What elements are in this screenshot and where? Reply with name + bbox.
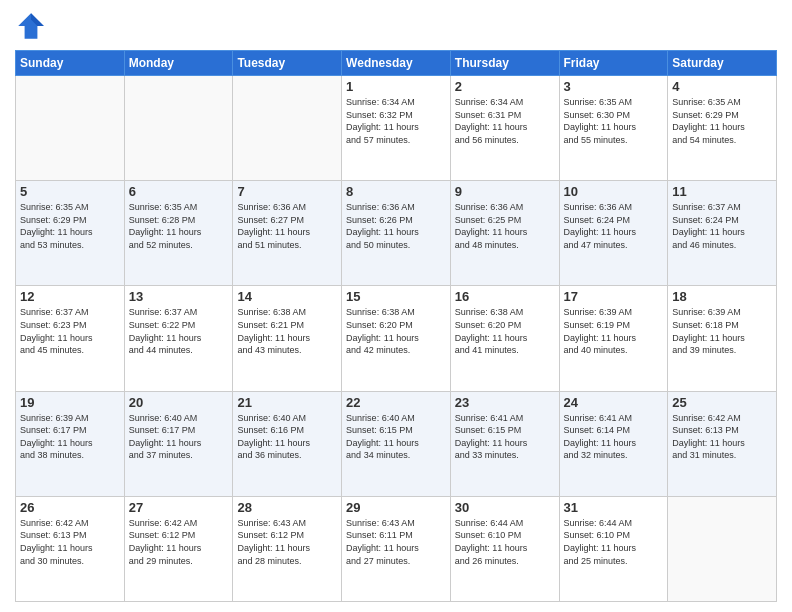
cell-day-number: 4 bbox=[672, 79, 772, 94]
calendar-cell: 14Sunrise: 6:38 AM Sunset: 6:21 PM Dayli… bbox=[233, 286, 342, 391]
cell-info: Sunrise: 6:38 AM Sunset: 6:20 PM Dayligh… bbox=[346, 306, 446, 356]
cell-info: Sunrise: 6:35 AM Sunset: 6:28 PM Dayligh… bbox=[129, 201, 229, 251]
cell-info: Sunrise: 6:36 AM Sunset: 6:24 PM Dayligh… bbox=[564, 201, 664, 251]
calendar-cell bbox=[16, 76, 125, 181]
calendar-cell: 6Sunrise: 6:35 AM Sunset: 6:28 PM Daylig… bbox=[124, 181, 233, 286]
cell-day-number: 14 bbox=[237, 289, 337, 304]
cell-info: Sunrise: 6:44 AM Sunset: 6:10 PM Dayligh… bbox=[455, 517, 555, 567]
cell-day-number: 12 bbox=[20, 289, 120, 304]
weekday-header: Friday bbox=[559, 51, 668, 76]
calendar-row: 1Sunrise: 6:34 AM Sunset: 6:32 PM Daylig… bbox=[16, 76, 777, 181]
cell-day-number: 6 bbox=[129, 184, 229, 199]
calendar-cell: 31Sunrise: 6:44 AM Sunset: 6:10 PM Dayli… bbox=[559, 496, 668, 601]
cell-info: Sunrise: 6:34 AM Sunset: 6:31 PM Dayligh… bbox=[455, 96, 555, 146]
cell-day-number: 28 bbox=[237, 500, 337, 515]
cell-day-number: 10 bbox=[564, 184, 664, 199]
calendar-cell: 30Sunrise: 6:44 AM Sunset: 6:10 PM Dayli… bbox=[450, 496, 559, 601]
cell-info: Sunrise: 6:35 AM Sunset: 6:29 PM Dayligh… bbox=[20, 201, 120, 251]
calendar-cell: 25Sunrise: 6:42 AM Sunset: 6:13 PM Dayli… bbox=[668, 391, 777, 496]
cell-info: Sunrise: 6:38 AM Sunset: 6:21 PM Dayligh… bbox=[237, 306, 337, 356]
calendar-cell: 19Sunrise: 6:39 AM Sunset: 6:17 PM Dayli… bbox=[16, 391, 125, 496]
calendar-cell: 5Sunrise: 6:35 AM Sunset: 6:29 PM Daylig… bbox=[16, 181, 125, 286]
cell-info: Sunrise: 6:39 AM Sunset: 6:18 PM Dayligh… bbox=[672, 306, 772, 356]
calendar-row: 19Sunrise: 6:39 AM Sunset: 6:17 PM Dayli… bbox=[16, 391, 777, 496]
calendar-cell: 2Sunrise: 6:34 AM Sunset: 6:31 PM Daylig… bbox=[450, 76, 559, 181]
cell-day-number: 31 bbox=[564, 500, 664, 515]
cell-day-number: 15 bbox=[346, 289, 446, 304]
cell-info: Sunrise: 6:38 AM Sunset: 6:20 PM Dayligh… bbox=[455, 306, 555, 356]
cell-day-number: 23 bbox=[455, 395, 555, 410]
weekday-header: Sunday bbox=[16, 51, 125, 76]
calendar-cell: 4Sunrise: 6:35 AM Sunset: 6:29 PM Daylig… bbox=[668, 76, 777, 181]
cell-info: Sunrise: 6:41 AM Sunset: 6:15 PM Dayligh… bbox=[455, 412, 555, 462]
calendar-cell: 11Sunrise: 6:37 AM Sunset: 6:24 PM Dayli… bbox=[668, 181, 777, 286]
cell-info: Sunrise: 6:40 AM Sunset: 6:15 PM Dayligh… bbox=[346, 412, 446, 462]
calendar-cell: 1Sunrise: 6:34 AM Sunset: 6:32 PM Daylig… bbox=[342, 76, 451, 181]
calendar-cell: 23Sunrise: 6:41 AM Sunset: 6:15 PM Dayli… bbox=[450, 391, 559, 496]
cell-info: Sunrise: 6:37 AM Sunset: 6:24 PM Dayligh… bbox=[672, 201, 772, 251]
cell-info: Sunrise: 6:39 AM Sunset: 6:17 PM Dayligh… bbox=[20, 412, 120, 462]
cell-day-number: 19 bbox=[20, 395, 120, 410]
cell-day-number: 18 bbox=[672, 289, 772, 304]
cell-info: Sunrise: 6:36 AM Sunset: 6:27 PM Dayligh… bbox=[237, 201, 337, 251]
weekday-row: SundayMondayTuesdayWednesdayThursdayFrid… bbox=[16, 51, 777, 76]
calendar-cell: 18Sunrise: 6:39 AM Sunset: 6:18 PM Dayli… bbox=[668, 286, 777, 391]
cell-day-number: 20 bbox=[129, 395, 229, 410]
cell-info: Sunrise: 6:37 AM Sunset: 6:22 PM Dayligh… bbox=[129, 306, 229, 356]
calendar-row: 12Sunrise: 6:37 AM Sunset: 6:23 PM Dayli… bbox=[16, 286, 777, 391]
calendar-cell: 9Sunrise: 6:36 AM Sunset: 6:25 PM Daylig… bbox=[450, 181, 559, 286]
cell-day-number: 17 bbox=[564, 289, 664, 304]
cell-day-number: 11 bbox=[672, 184, 772, 199]
weekday-header: Monday bbox=[124, 51, 233, 76]
cell-day-number: 27 bbox=[129, 500, 229, 515]
cell-day-number: 21 bbox=[237, 395, 337, 410]
cell-info: Sunrise: 6:42 AM Sunset: 6:13 PM Dayligh… bbox=[672, 412, 772, 462]
cell-info: Sunrise: 6:35 AM Sunset: 6:29 PM Dayligh… bbox=[672, 96, 772, 146]
cell-day-number: 25 bbox=[672, 395, 772, 410]
cell-info: Sunrise: 6:44 AM Sunset: 6:10 PM Dayligh… bbox=[564, 517, 664, 567]
cell-day-number: 24 bbox=[564, 395, 664, 410]
cell-day-number: 30 bbox=[455, 500, 555, 515]
cell-info: Sunrise: 6:40 AM Sunset: 6:17 PM Dayligh… bbox=[129, 412, 229, 462]
calendar-header: SundayMondayTuesdayWednesdayThursdayFrid… bbox=[16, 51, 777, 76]
calendar-cell bbox=[124, 76, 233, 181]
calendar-cell: 26Sunrise: 6:42 AM Sunset: 6:13 PM Dayli… bbox=[16, 496, 125, 601]
calendar-cell: 24Sunrise: 6:41 AM Sunset: 6:14 PM Dayli… bbox=[559, 391, 668, 496]
calendar-cell: 29Sunrise: 6:43 AM Sunset: 6:11 PM Dayli… bbox=[342, 496, 451, 601]
calendar-cell: 17Sunrise: 6:39 AM Sunset: 6:19 PM Dayli… bbox=[559, 286, 668, 391]
weekday-header: Tuesday bbox=[233, 51, 342, 76]
cell-info: Sunrise: 6:36 AM Sunset: 6:26 PM Dayligh… bbox=[346, 201, 446, 251]
calendar-cell: 21Sunrise: 6:40 AM Sunset: 6:16 PM Dayli… bbox=[233, 391, 342, 496]
calendar-cell: 15Sunrise: 6:38 AM Sunset: 6:20 PM Dayli… bbox=[342, 286, 451, 391]
weekday-header: Saturday bbox=[668, 51, 777, 76]
calendar-cell: 16Sunrise: 6:38 AM Sunset: 6:20 PM Dayli… bbox=[450, 286, 559, 391]
calendar-cell: 7Sunrise: 6:36 AM Sunset: 6:27 PM Daylig… bbox=[233, 181, 342, 286]
cell-info: Sunrise: 6:39 AM Sunset: 6:19 PM Dayligh… bbox=[564, 306, 664, 356]
cell-day-number: 13 bbox=[129, 289, 229, 304]
calendar-body: 1Sunrise: 6:34 AM Sunset: 6:32 PM Daylig… bbox=[16, 76, 777, 602]
cell-day-number: 7 bbox=[237, 184, 337, 199]
cell-info: Sunrise: 6:42 AM Sunset: 6:12 PM Dayligh… bbox=[129, 517, 229, 567]
cell-info: Sunrise: 6:42 AM Sunset: 6:13 PM Dayligh… bbox=[20, 517, 120, 567]
cell-info: Sunrise: 6:43 AM Sunset: 6:12 PM Dayligh… bbox=[237, 517, 337, 567]
calendar-cell: 27Sunrise: 6:42 AM Sunset: 6:12 PM Dayli… bbox=[124, 496, 233, 601]
cell-day-number: 9 bbox=[455, 184, 555, 199]
logo bbox=[15, 10, 51, 42]
cell-day-number: 26 bbox=[20, 500, 120, 515]
calendar-row: 26Sunrise: 6:42 AM Sunset: 6:13 PM Dayli… bbox=[16, 496, 777, 601]
cell-day-number: 29 bbox=[346, 500, 446, 515]
header bbox=[15, 10, 777, 42]
cell-info: Sunrise: 6:34 AM Sunset: 6:32 PM Dayligh… bbox=[346, 96, 446, 146]
cell-day-number: 3 bbox=[564, 79, 664, 94]
cell-info: Sunrise: 6:35 AM Sunset: 6:30 PM Dayligh… bbox=[564, 96, 664, 146]
calendar-cell: 12Sunrise: 6:37 AM Sunset: 6:23 PM Dayli… bbox=[16, 286, 125, 391]
cell-info: Sunrise: 6:40 AM Sunset: 6:16 PM Dayligh… bbox=[237, 412, 337, 462]
cell-day-number: 16 bbox=[455, 289, 555, 304]
cell-day-number: 22 bbox=[346, 395, 446, 410]
calendar-table: SundayMondayTuesdayWednesdayThursdayFrid… bbox=[15, 50, 777, 602]
calendar-cell: 8Sunrise: 6:36 AM Sunset: 6:26 PM Daylig… bbox=[342, 181, 451, 286]
calendar-row: 5Sunrise: 6:35 AM Sunset: 6:29 PM Daylig… bbox=[16, 181, 777, 286]
calendar-cell: 3Sunrise: 6:35 AM Sunset: 6:30 PM Daylig… bbox=[559, 76, 668, 181]
calendar-cell: 13Sunrise: 6:37 AM Sunset: 6:22 PM Dayli… bbox=[124, 286, 233, 391]
calendar-cell: 28Sunrise: 6:43 AM Sunset: 6:12 PM Dayli… bbox=[233, 496, 342, 601]
